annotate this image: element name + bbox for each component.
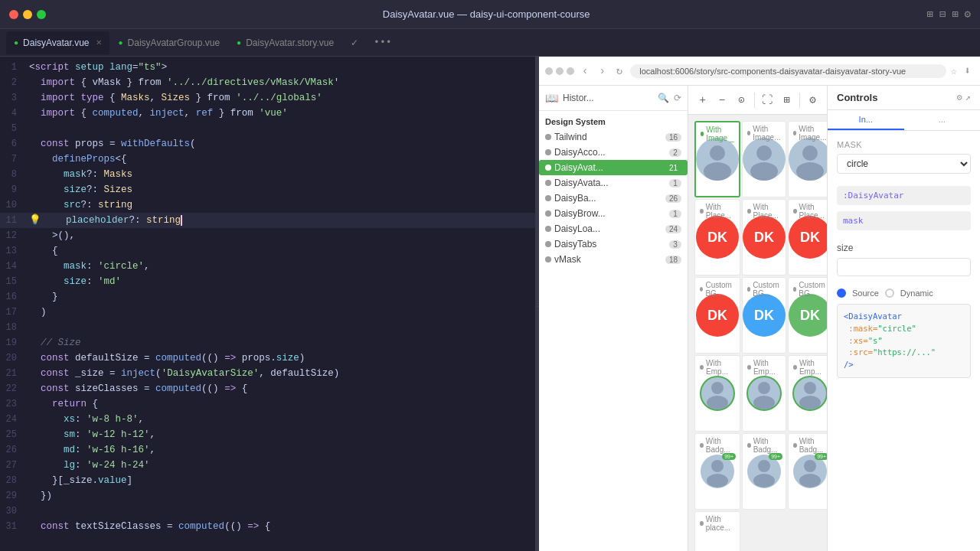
sidebar-sync-icon[interactable]: ⟳ bbox=[674, 93, 681, 104]
code-line-29: 29 }) bbox=[0, 488, 535, 504]
sidebar-item-label: DaisyLoa... bbox=[554, 223, 600, 234]
tab-daisy-avatar-story[interactable]: ● DaisyAvatar.story.vue bbox=[229, 31, 341, 54]
sidebar-item-daisy-brow[interactable]: DaisyBrow... 1 bbox=[539, 206, 688, 221]
controls-icon-2[interactable]: ↗ bbox=[965, 92, 971, 103]
browser-topbar: ‹ › ↻ localhost:6006/story/src-component… bbox=[539, 57, 980, 86]
story-cell-custom-bg-3[interactable]: Custom BG... DK bbox=[788, 277, 827, 354]
story-cell-with-emp-2[interactable]: With Emp... bbox=[742, 355, 786, 432]
browser-url-bar[interactable]: localhost:6006/story/src-components-dais… bbox=[630, 64, 946, 78]
prop-name: :DaisyAvatar bbox=[843, 191, 903, 201]
story-cell-with-badge-3[interactable]: With Badg... 99+ bbox=[788, 433, 827, 510]
window-title: DaisyAvatar.vue — daisy-ui-component-cou… bbox=[383, 8, 590, 20]
source-radio[interactable] bbox=[837, 289, 846, 298]
story-cell-with-badge-1[interactable]: With Badg... 99+ bbox=[694, 433, 740, 510]
sidebar-dot-icon bbox=[545, 195, 551, 201]
svg-point-4 bbox=[756, 145, 772, 161]
story-cell-with-place-1[interactable]: With Place... DK bbox=[694, 199, 740, 276]
controls-icon-1[interactable]: ⚙ bbox=[957, 92, 962, 103]
story-cell-with-place-3[interactable]: With Place... DK bbox=[788, 199, 827, 276]
browser-bookmark-icon[interactable]: ☆ bbox=[951, 65, 957, 77]
story-cell-with-emp-3[interactable]: With Emp... bbox=[788, 355, 827, 432]
sidebar-badge: 18 bbox=[665, 256, 681, 264]
mask-prop-display: mask bbox=[837, 211, 971, 230]
dynamic-radio[interactable] bbox=[885, 289, 894, 298]
story-label: With Emp... bbox=[747, 359, 786, 376]
minimize-button[interactable] bbox=[23, 10, 32, 19]
code-line-11: 11 💡 placeholder?: string bbox=[0, 213, 535, 228]
sidebar-item-daisy-loa[interactable]: DaisyLoa... 24 bbox=[539, 221, 688, 236]
story-cell-with-image-1[interactable]: With Image _ bbox=[694, 121, 740, 197]
story-label: With Image... bbox=[747, 125, 786, 142]
sidebar-search-icon[interactable]: 🔍 bbox=[658, 93, 669, 104]
settings-btn[interactable]: ⚙ bbox=[805, 90, 821, 111]
story-content: + − ⊙ ⛶ ⊞ ⚙ Wi bbox=[688, 86, 827, 551]
storybook-logo: 📖 bbox=[545, 92, 558, 104]
tab-overflow-menu[interactable]: ••• bbox=[368, 34, 397, 51]
svg-point-32 bbox=[799, 474, 821, 487]
size-input[interactable] bbox=[837, 258, 971, 276]
sidebar-badge: 3 bbox=[669, 240, 681, 249]
window-icons: ⊞ ⊟ ⊞ ⚙ bbox=[926, 8, 971, 21]
maximize-button[interactable] bbox=[37, 10, 46, 19]
browser-back-btn[interactable]: ‹ bbox=[579, 64, 591, 79]
tab-daisy-avatar[interactable]: ● DaisyAvatar.vue ✕ bbox=[6, 31, 109, 54]
story-cell-with-place-sm-1[interactable]: With place... bbox=[694, 511, 740, 551]
story-cell-with-place-2[interactable]: With Place... DK bbox=[742, 199, 786, 276]
layout-icon[interactable]: ⊞ bbox=[926, 8, 933, 21]
code-line-19: 19 // Size bbox=[0, 335, 535, 350]
browser-refresh-btn[interactable]: ↻ bbox=[613, 63, 626, 79]
tab-dot: ● bbox=[237, 38, 241, 47]
tab-daisy-avatar-group[interactable]: ● DaisyAvatarGroup.vue bbox=[111, 31, 228, 54]
toolbar-separator bbox=[754, 93, 755, 108]
zoom-out-btn[interactable]: − bbox=[714, 90, 730, 111]
sidebar-item-label: DaisyBa... bbox=[554, 193, 596, 204]
code-line-1: 1 <script setup lang="ts"> bbox=[0, 60, 535, 75]
story-grid-area[interactable]: With Image _ With Image... bbox=[688, 115, 827, 551]
controls-size-section: size bbox=[837, 243, 971, 276]
story-label: Custom BG... bbox=[700, 281, 740, 298]
controls-tab-other[interactable]: ... bbox=[904, 110, 981, 130]
story-cell-with-image-2[interactable]: With Image... bbox=[742, 121, 786, 197]
controls-tab-in[interactable]: In... bbox=[828, 110, 904, 130]
sidebar-item-daisy-ba[interactable]: DaisyBa... 26 bbox=[539, 191, 688, 206]
storybook-sidebar: 📖 Histor... 🔍 ⟳ Design System Tailwind 1… bbox=[539, 86, 688, 551]
avatar-emp-3 bbox=[792, 375, 827, 412]
avatar-custom-bg-1: DK bbox=[696, 294, 739, 337]
avatar-placeholder-2: DK bbox=[743, 216, 786, 259]
svg-point-5 bbox=[750, 162, 778, 181]
fullscreen-btn[interactable]: ⛶ bbox=[760, 90, 776, 111]
split-icon[interactable]: ⊟ bbox=[939, 8, 946, 21]
mask-select[interactable]: circle squircle hexagon triangle bbox=[837, 154, 971, 174]
tab-close-icon[interactable]: ✕ bbox=[96, 38, 102, 47]
sidebar-section-design-system: Design System bbox=[539, 114, 688, 129]
story-cell-with-image-3[interactable]: With Image... bbox=[788, 121, 827, 197]
grid-icon[interactable]: ⊞ bbox=[952, 8, 958, 21]
badge-overlay: 99+ bbox=[722, 453, 736, 460]
reset-zoom-btn[interactable]: ⊙ bbox=[733, 90, 750, 111]
sidebar-item-daisy-tabs[interactable]: DaisyTabs 3 bbox=[539, 236, 688, 252]
story-cell-with-badge-2[interactable]: With Badg... 99+ bbox=[742, 433, 786, 510]
sidebar-item-tailwind[interactable]: Tailwind 16 bbox=[539, 129, 688, 145]
code-content[interactable]: 1 <script setup lang="ts"> 2 import { vM… bbox=[0, 57, 535, 551]
story-cell-with-emp-1[interactable]: With Emp... bbox=[694, 355, 740, 432]
svg-point-2 bbox=[704, 162, 731, 181]
story-cell-custom-bg-1[interactable]: Custom BG... DK bbox=[694, 277, 740, 354]
source-dynamic-row: Source Dynamic bbox=[837, 289, 971, 298]
sidebar-item-label: vMask bbox=[554, 254, 581, 265]
tab-check-icon[interactable]: ✓ bbox=[343, 31, 366, 54]
story-cell-custom-bg-2[interactable]: Custom BG... DK bbox=[742, 277, 786, 354]
close-button[interactable] bbox=[9, 10, 18, 19]
sidebar-item-vmask[interactable]: vMask 18 bbox=[539, 252, 688, 267]
code-line-7: 7 defineProps<{ bbox=[0, 152, 535, 167]
story-label: Custom BG... bbox=[793, 281, 827, 298]
browser-download-icon[interactable]: ⬇ bbox=[962, 63, 974, 79]
grid-view-btn[interactable]: ⊞ bbox=[779, 90, 795, 111]
browser-forward-btn[interactable]: › bbox=[596, 64, 608, 79]
code-line-27: 27 lg: 'w-24 h-24' bbox=[0, 458, 535, 473]
sidebar-item-daisy-avat[interactable]: DaisyAvat... 21 bbox=[539, 160, 688, 175]
settings-icon[interactable]: ⚙ bbox=[965, 8, 971, 21]
zoom-in-btn[interactable]: + bbox=[694, 90, 710, 111]
sidebar-item-daisy-acco[interactable]: DaisyAcco... 2 bbox=[539, 145, 688, 160]
sidebar-item-daisy-avata[interactable]: DaisyAvata... 1 bbox=[539, 175, 688, 191]
svg-point-31 bbox=[804, 460, 816, 472]
